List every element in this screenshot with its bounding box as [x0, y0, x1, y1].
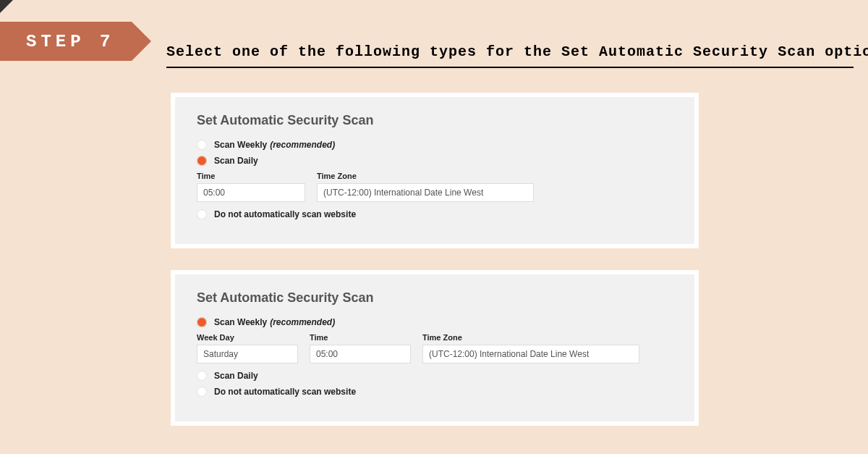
instruction-underline — [166, 67, 854, 68]
timezone-label: Time Zone — [317, 172, 534, 180]
field-row: Week Day Saturday Time 05:00 Time Zone (… — [197, 333, 673, 363]
timezone-label: Time Zone — [422, 333, 639, 342]
radio-scan-none[interactable]: Do not automatically scan website — [197, 387, 673, 397]
recommended-tag: (recommended) — [270, 140, 335, 150]
radio-icon — [197, 371, 207, 381]
step-badge-label: STEP 7 — [26, 32, 114, 51]
radio-scan-none[interactable]: Do not automatically scan website — [197, 209, 673, 219]
radio-scan-weekly[interactable]: Scan Weekly (recommended) — [197, 317, 673, 327]
field-timezone: Time Zone (UTC-12:00) International Date… — [317, 172, 534, 202]
radio-icon — [197, 387, 207, 397]
time-value: 05:00 — [316, 349, 338, 359]
time-label: Time — [310, 333, 411, 342]
radio-label: Scan Daily — [214, 371, 258, 381]
radio-scan-daily[interactable]: Scan Daily — [197, 156, 673, 166]
time-label: Time — [197, 172, 305, 180]
radio-label: Do not automatically scan website — [214, 387, 356, 397]
scan-card-daily-inner: Set Automatic Security Scan Scan Weekly … — [175, 97, 694, 244]
time-value: 05:00 — [203, 188, 225, 198]
recommended-tag: (recommended) — [270, 317, 335, 327]
timezone-select[interactable]: (UTC-12:00) International Date Line West — [317, 183, 534, 202]
field-time: Time 05:00 — [197, 172, 305, 202]
scan-card-weekly: Set Automatic Security Scan Scan Weekly … — [171, 270, 699, 426]
timezone-select[interactable]: (UTC-12:00) International Date Line West — [422, 345, 639, 363]
field-weekday: Week Day Saturday — [197, 333, 298, 363]
field-timezone: Time Zone (UTC-12:00) International Date… — [422, 333, 639, 363]
time-input[interactable]: 05:00 — [197, 183, 305, 202]
radio-scan-weekly[interactable]: Scan Weekly (recommended) — [197, 140, 673, 150]
weekday-label: Week Day — [197, 333, 298, 342]
scan-card-daily: Set Automatic Security Scan Scan Weekly … — [171, 93, 699, 248]
corner-decoration — [0, 0, 13, 13]
time-input[interactable]: 05:00 — [310, 345, 411, 363]
timezone-value: (UTC-12:00) International Date Line West — [323, 188, 483, 198]
field-time: Time 05:00 — [310, 333, 411, 363]
timezone-value: (UTC-12:00) International Date Line West — [429, 349, 589, 359]
radio-icon — [197, 156, 207, 166]
radio-label: Scan Weekly — [214, 317, 267, 327]
card-title: Set Automatic Security Scan — [197, 290, 673, 306]
cards-container: Set Automatic Security Scan Scan Weekly … — [171, 93, 699, 447]
radio-label: Scan Weekly — [214, 140, 267, 150]
instruction-text: Select one of the following types for th… — [166, 43, 861, 60]
radio-icon — [197, 140, 207, 150]
radio-icon — [197, 209, 207, 219]
radio-icon — [197, 317, 207, 327]
radio-label: Do not automatically scan website — [214, 209, 356, 219]
weekday-value: Saturday — [203, 349, 238, 359]
weekday-select[interactable]: Saturday — [197, 345, 298, 363]
step-badge: STEP 7 — [0, 22, 132, 61]
field-row: Time 05:00 Time Zone (UTC-12:00) Interna… — [197, 172, 673, 202]
radio-label: Scan Daily — [214, 156, 258, 166]
radio-scan-daily[interactable]: Scan Daily — [197, 371, 673, 381]
card-title: Set Automatic Security Scan — [197, 113, 673, 128]
scan-card-weekly-inner: Set Automatic Security Scan Scan Weekly … — [175, 274, 694, 421]
